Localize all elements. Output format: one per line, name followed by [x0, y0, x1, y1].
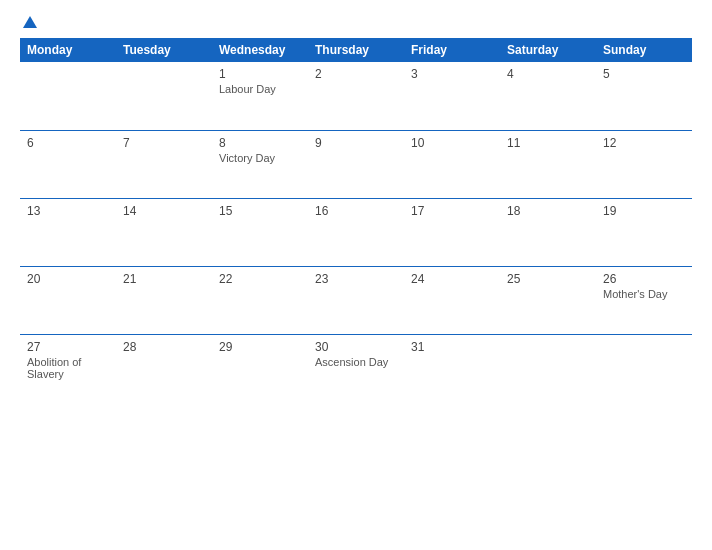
day-number: 27: [27, 340, 109, 354]
holiday-label: Victory Day: [219, 152, 301, 164]
header: [20, 18, 692, 28]
calendar-cell: 29: [212, 334, 308, 402]
day-number: 12: [603, 136, 685, 150]
day-number: 19: [603, 204, 685, 218]
calendar-cell: 25: [500, 266, 596, 334]
day-number: 7: [123, 136, 205, 150]
calendar-cell: 4: [500, 62, 596, 130]
calendar-cell: 17: [404, 198, 500, 266]
weekday-header-wednesday: Wednesday: [212, 38, 308, 62]
weekday-header-tuesday: Tuesday: [116, 38, 212, 62]
day-number: 13: [27, 204, 109, 218]
holiday-label: Ascension Day: [315, 356, 397, 368]
weekday-header-monday: Monday: [20, 38, 116, 62]
calendar-cell: [20, 62, 116, 130]
calendar-cell: 16: [308, 198, 404, 266]
day-number: 25: [507, 272, 589, 286]
day-number: 10: [411, 136, 493, 150]
calendar-cell: 11: [500, 130, 596, 198]
calendar-cell: 26Mother's Day: [596, 266, 692, 334]
calendar-cell: 20: [20, 266, 116, 334]
day-number: 11: [507, 136, 589, 150]
calendar-cell: 15: [212, 198, 308, 266]
day-number: 8: [219, 136, 301, 150]
day-number: 22: [219, 272, 301, 286]
calendar-cell: 9: [308, 130, 404, 198]
calendar-cell: 2: [308, 62, 404, 130]
calendar-cell: 22: [212, 266, 308, 334]
calendar-cell: 18: [500, 198, 596, 266]
calendar-cell: 6: [20, 130, 116, 198]
calendar-cell: 10: [404, 130, 500, 198]
calendar-week-row: 678Victory Day9101112: [20, 130, 692, 198]
day-number: 15: [219, 204, 301, 218]
holiday-label: Mother's Day: [603, 288, 685, 300]
calendar-cell: 8Victory Day: [212, 130, 308, 198]
weekday-header-thursday: Thursday: [308, 38, 404, 62]
calendar-cell: 21: [116, 266, 212, 334]
day-number: 28: [123, 340, 205, 354]
calendar-cell: 28: [116, 334, 212, 402]
day-number: 1: [219, 67, 301, 81]
calendar-table: MondayTuesdayWednesdayThursdayFridaySatu…: [20, 38, 692, 402]
calendar-cell: 31: [404, 334, 500, 402]
day-number: 31: [411, 340, 493, 354]
day-number: 21: [123, 272, 205, 286]
calendar-cell: 14: [116, 198, 212, 266]
calendar-cell: 23: [308, 266, 404, 334]
weekday-header-row: MondayTuesdayWednesdayThursdayFridaySatu…: [20, 38, 692, 62]
day-number: 4: [507, 67, 589, 81]
calendar-cell: 13: [20, 198, 116, 266]
day-number: 5: [603, 67, 685, 81]
day-number: 2: [315, 67, 397, 81]
weekday-header-saturday: Saturday: [500, 38, 596, 62]
calendar-cell: 12: [596, 130, 692, 198]
day-number: 16: [315, 204, 397, 218]
day-number: 17: [411, 204, 493, 218]
calendar-week-row: 20212223242526Mother's Day: [20, 266, 692, 334]
calendar-cell: 30Ascension Day: [308, 334, 404, 402]
calendar-week-row: 13141516171819: [20, 198, 692, 266]
day-number: 20: [27, 272, 109, 286]
day-number: 3: [411, 67, 493, 81]
calendar-cell: 3: [404, 62, 500, 130]
calendar-cell: 1Labour Day: [212, 62, 308, 130]
holiday-label: Abolition of Slavery: [27, 356, 109, 380]
logo: [20, 18, 37, 28]
holiday-label: Labour Day: [219, 83, 301, 95]
logo-triangle-icon: [23, 16, 37, 28]
weekday-header-sunday: Sunday: [596, 38, 692, 62]
day-number: 14: [123, 204, 205, 218]
day-number: 23: [315, 272, 397, 286]
day-number: 29: [219, 340, 301, 354]
calendar-week-row: 1Labour Day2345: [20, 62, 692, 130]
calendar-cell: 19: [596, 198, 692, 266]
day-number: 24: [411, 272, 493, 286]
calendar-cell: 24: [404, 266, 500, 334]
calendar-cell: [500, 334, 596, 402]
day-number: 6: [27, 136, 109, 150]
day-number: 30: [315, 340, 397, 354]
calendar-cell: [116, 62, 212, 130]
calendar-cell: [596, 334, 692, 402]
calendar-cell: 27Abolition of Slavery: [20, 334, 116, 402]
day-number: 9: [315, 136, 397, 150]
calendar-week-row: 27Abolition of Slavery282930Ascension Da…: [20, 334, 692, 402]
weekday-header-friday: Friday: [404, 38, 500, 62]
day-number: 26: [603, 272, 685, 286]
calendar-page: MondayTuesdayWednesdayThursdayFridaySatu…: [0, 0, 712, 550]
calendar-cell: 7: [116, 130, 212, 198]
calendar-cell: 5: [596, 62, 692, 130]
day-number: 18: [507, 204, 589, 218]
